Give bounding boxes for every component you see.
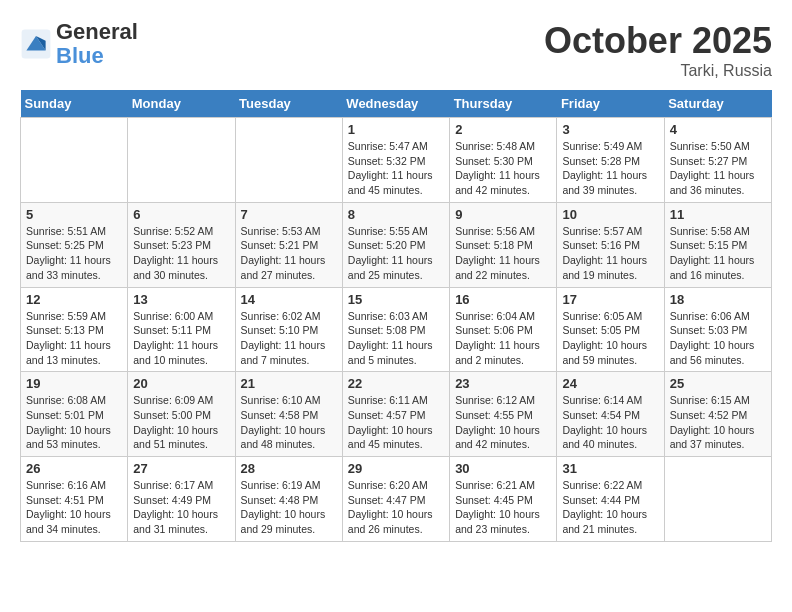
day-info: Sunrise: 6:15 AM Sunset: 4:52 PM Dayligh…: [670, 393, 766, 452]
calendar-table: SundayMondayTuesdayWednesdayThursdayFrid…: [20, 90, 772, 542]
day-cell: 29Sunrise: 6:20 AM Sunset: 4:47 PM Dayli…: [342, 457, 449, 542]
day-number: 22: [348, 376, 444, 391]
day-cell: 9Sunrise: 5:56 AM Sunset: 5:18 PM Daylig…: [450, 202, 557, 287]
day-info: Sunrise: 5:58 AM Sunset: 5:15 PM Dayligh…: [670, 224, 766, 283]
weekday-header-thursday: Thursday: [450, 90, 557, 118]
day-cell: 17Sunrise: 6:05 AM Sunset: 5:05 PM Dayli…: [557, 287, 664, 372]
day-number: 28: [241, 461, 337, 476]
day-cell: 8Sunrise: 5:55 AM Sunset: 5:20 PM Daylig…: [342, 202, 449, 287]
day-cell: 10Sunrise: 5:57 AM Sunset: 5:16 PM Dayli…: [557, 202, 664, 287]
day-cell: 28Sunrise: 6:19 AM Sunset: 4:48 PM Dayli…: [235, 457, 342, 542]
day-info: Sunrise: 6:04 AM Sunset: 5:06 PM Dayligh…: [455, 309, 551, 368]
day-info: Sunrise: 6:02 AM Sunset: 5:10 PM Dayligh…: [241, 309, 337, 368]
day-cell: 31Sunrise: 6:22 AM Sunset: 4:44 PM Dayli…: [557, 457, 664, 542]
day-number: 18: [670, 292, 766, 307]
day-info: Sunrise: 6:22 AM Sunset: 4:44 PM Dayligh…: [562, 478, 658, 537]
day-info: Sunrise: 6:20 AM Sunset: 4:47 PM Dayligh…: [348, 478, 444, 537]
day-cell: 1Sunrise: 5:47 AM Sunset: 5:32 PM Daylig…: [342, 118, 449, 203]
day-info: Sunrise: 6:14 AM Sunset: 4:54 PM Dayligh…: [562, 393, 658, 452]
day-info: Sunrise: 5:55 AM Sunset: 5:20 PM Dayligh…: [348, 224, 444, 283]
weekday-header-sunday: Sunday: [21, 90, 128, 118]
day-number: 5: [26, 207, 122, 222]
day-cell: 22Sunrise: 6:11 AM Sunset: 4:57 PM Dayli…: [342, 372, 449, 457]
day-info: Sunrise: 6:05 AM Sunset: 5:05 PM Dayligh…: [562, 309, 658, 368]
day-number: 26: [26, 461, 122, 476]
day-number: 17: [562, 292, 658, 307]
month-heading: October 2025: [544, 20, 772, 62]
day-cell: 21Sunrise: 6:10 AM Sunset: 4:58 PM Dayli…: [235, 372, 342, 457]
day-number: 7: [241, 207, 337, 222]
day-number: 11: [670, 207, 766, 222]
weekday-header-friday: Friday: [557, 90, 664, 118]
location-heading: Tarki, Russia: [544, 62, 772, 80]
week-row-4: 19Sunrise: 6:08 AM Sunset: 5:01 PM Dayli…: [21, 372, 772, 457]
day-info: Sunrise: 6:08 AM Sunset: 5:01 PM Dayligh…: [26, 393, 122, 452]
week-row-5: 26Sunrise: 6:16 AM Sunset: 4:51 PM Dayli…: [21, 457, 772, 542]
day-number: 2: [455, 122, 551, 137]
week-row-2: 5Sunrise: 5:51 AM Sunset: 5:25 PM Daylig…: [21, 202, 772, 287]
day-number: 24: [562, 376, 658, 391]
day-info: Sunrise: 6:11 AM Sunset: 4:57 PM Dayligh…: [348, 393, 444, 452]
day-info: Sunrise: 5:49 AM Sunset: 5:28 PM Dayligh…: [562, 139, 658, 198]
day-number: 16: [455, 292, 551, 307]
logo-line2: Blue: [56, 44, 138, 68]
week-row-1: 1Sunrise: 5:47 AM Sunset: 5:32 PM Daylig…: [21, 118, 772, 203]
week-row-3: 12Sunrise: 5:59 AM Sunset: 5:13 PM Dayli…: [21, 287, 772, 372]
day-cell: [128, 118, 235, 203]
day-cell: 15Sunrise: 6:03 AM Sunset: 5:08 PM Dayli…: [342, 287, 449, 372]
day-cell: 14Sunrise: 6:02 AM Sunset: 5:10 PM Dayli…: [235, 287, 342, 372]
day-cell: 20Sunrise: 6:09 AM Sunset: 5:00 PM Dayli…: [128, 372, 235, 457]
day-info: Sunrise: 5:59 AM Sunset: 5:13 PM Dayligh…: [26, 309, 122, 368]
logo: General Blue: [20, 20, 138, 68]
day-info: Sunrise: 6:09 AM Sunset: 5:00 PM Dayligh…: [133, 393, 229, 452]
day-cell: [21, 118, 128, 203]
weekday-header-saturday: Saturday: [664, 90, 771, 118]
day-number: 21: [241, 376, 337, 391]
day-info: Sunrise: 6:03 AM Sunset: 5:08 PM Dayligh…: [348, 309, 444, 368]
weekday-header-wednesday: Wednesday: [342, 90, 449, 118]
day-number: 20: [133, 376, 229, 391]
weekday-header-tuesday: Tuesday: [235, 90, 342, 118]
day-number: 9: [455, 207, 551, 222]
day-number: 14: [241, 292, 337, 307]
day-info: Sunrise: 5:51 AM Sunset: 5:25 PM Dayligh…: [26, 224, 122, 283]
day-cell: [664, 457, 771, 542]
day-cell: 19Sunrise: 6:08 AM Sunset: 5:01 PM Dayli…: [21, 372, 128, 457]
day-number: 10: [562, 207, 658, 222]
day-number: 27: [133, 461, 229, 476]
day-info: Sunrise: 6:06 AM Sunset: 5:03 PM Dayligh…: [670, 309, 766, 368]
day-number: 31: [562, 461, 658, 476]
day-cell: 12Sunrise: 5:59 AM Sunset: 5:13 PM Dayli…: [21, 287, 128, 372]
day-info: Sunrise: 6:16 AM Sunset: 4:51 PM Dayligh…: [26, 478, 122, 537]
day-cell: 23Sunrise: 6:12 AM Sunset: 4:55 PM Dayli…: [450, 372, 557, 457]
day-number: 8: [348, 207, 444, 222]
day-cell: 27Sunrise: 6:17 AM Sunset: 4:49 PM Dayli…: [128, 457, 235, 542]
day-info: Sunrise: 5:53 AM Sunset: 5:21 PM Dayligh…: [241, 224, 337, 283]
day-info: Sunrise: 5:57 AM Sunset: 5:16 PM Dayligh…: [562, 224, 658, 283]
day-number: 15: [348, 292, 444, 307]
day-cell: [235, 118, 342, 203]
day-info: Sunrise: 5:52 AM Sunset: 5:23 PM Dayligh…: [133, 224, 229, 283]
day-cell: 24Sunrise: 6:14 AM Sunset: 4:54 PM Dayli…: [557, 372, 664, 457]
day-number: 13: [133, 292, 229, 307]
day-number: 4: [670, 122, 766, 137]
day-cell: 5Sunrise: 5:51 AM Sunset: 5:25 PM Daylig…: [21, 202, 128, 287]
weekday-row: SundayMondayTuesdayWednesdayThursdayFrid…: [21, 90, 772, 118]
day-number: 30: [455, 461, 551, 476]
day-info: Sunrise: 6:00 AM Sunset: 5:11 PM Dayligh…: [133, 309, 229, 368]
page-header: General Blue October 2025 Tarki, Russia: [20, 20, 772, 80]
day-cell: 13Sunrise: 6:00 AM Sunset: 5:11 PM Dayli…: [128, 287, 235, 372]
day-cell: 4Sunrise: 5:50 AM Sunset: 5:27 PM Daylig…: [664, 118, 771, 203]
day-cell: 18Sunrise: 6:06 AM Sunset: 5:03 PM Dayli…: [664, 287, 771, 372]
day-info: Sunrise: 6:21 AM Sunset: 4:45 PM Dayligh…: [455, 478, 551, 537]
day-number: 29: [348, 461, 444, 476]
day-number: 12: [26, 292, 122, 307]
day-number: 19: [26, 376, 122, 391]
calendar-header: SundayMondayTuesdayWednesdayThursdayFrid…: [21, 90, 772, 118]
day-info: Sunrise: 5:56 AM Sunset: 5:18 PM Dayligh…: [455, 224, 551, 283]
day-cell: 11Sunrise: 5:58 AM Sunset: 5:15 PM Dayli…: [664, 202, 771, 287]
day-cell: 25Sunrise: 6:15 AM Sunset: 4:52 PM Dayli…: [664, 372, 771, 457]
day-cell: 6Sunrise: 5:52 AM Sunset: 5:23 PM Daylig…: [128, 202, 235, 287]
day-number: 6: [133, 207, 229, 222]
day-info: Sunrise: 6:12 AM Sunset: 4:55 PM Dayligh…: [455, 393, 551, 452]
